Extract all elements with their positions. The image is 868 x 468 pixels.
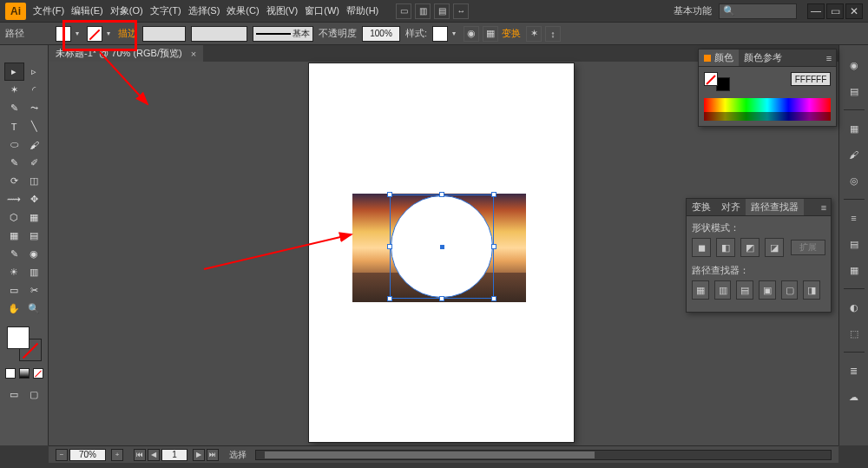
artboard[interactable] <box>309 63 574 442</box>
cc-libraries-icon[interactable]: ☁ <box>844 386 865 407</box>
trim-button[interactable]: ▥ <box>714 280 732 300</box>
handle-top-middle[interactable] <box>439 192 444 197</box>
artboard-number-input[interactable]: 1 <box>161 449 187 461</box>
outline-button[interactable]: ▢ <box>781 280 799 300</box>
pen-tool[interactable]: ✎ <box>4 99 24 117</box>
lasso-tool[interactable]: ◜ <box>24 81 44 99</box>
menubar-icon-4[interactable]: ↔ <box>453 3 469 19</box>
stroke-dropdown-icon[interactable]: ▾ <box>104 26 113 42</box>
align-icon[interactable]: ▦ <box>483 26 498 42</box>
fill-dropdown-icon[interactable]: ▾ <box>73 26 82 42</box>
document-tab[interactable]: 未标题-1* @ 70% (RGB/预览) × <box>49 45 203 62</box>
menu-effect[interactable]: 效果(C) <box>227 4 259 17</box>
pathfinder-tab-align[interactable]: 对齐 <box>716 199 746 215</box>
zoom-in-button[interactable]: + <box>111 449 123 461</box>
workspace-switcher[interactable]: 基本功能 <box>674 4 712 17</box>
eyedropper-tool[interactable]: ✎ <box>4 245 24 263</box>
style-dropdown-icon[interactable]: ▾ <box>450 26 458 42</box>
ellipse-tool[interactable]: ⬭ <box>4 135 24 154</box>
handle-bottom-middle[interactable] <box>439 296 444 301</box>
window-minimize-button[interactable]: — <box>807 3 825 19</box>
selection-tool[interactable]: ▸ <box>4 63 24 81</box>
appearance-panel-icon[interactable]: ◐ <box>844 297 865 318</box>
isolate-icon[interactable]: ✶ <box>526 26 542 42</box>
unite-button[interactable]: ◼ <box>692 238 711 257</box>
layers-panel-icon[interactable]: ≣ <box>844 360 865 381</box>
slice-tool[interactable]: ✂ <box>24 281 44 300</box>
opacity-input[interactable]: 100% <box>362 26 400 42</box>
scrollbar-thumb[interactable] <box>265 452 595 458</box>
menubar-icon-2[interactable]: ▥ <box>415 3 431 19</box>
gradient-tool[interactable]: ▤ <box>24 227 44 245</box>
width-tool[interactable]: ⟿ <box>4 190 24 208</box>
color-panel[interactable]: 颜色 颜色参考 ≡ FFFFFF <box>698 49 837 127</box>
color-panel-icon[interactable]: ◉ <box>844 55 865 76</box>
color-guide-panel-icon[interactable]: ▤ <box>844 81 865 102</box>
magic-wand-tool[interactable]: ✶ <box>4 81 24 99</box>
artboard-next-button[interactable]: ▶ <box>193 449 205 461</box>
eraser-tool[interactable]: ✐ <box>24 154 44 172</box>
pathfinder-panel[interactable]: 变换 对齐 路径查找器 ≡ 形状模式： ◼ ◧ ◩ ◪ 扩展 路径查找器： ▦ … <box>686 198 832 313</box>
color-spectrum-dark[interactable] <box>704 112 831 121</box>
artboard-prev-button[interactable]: ◀ <box>148 449 160 461</box>
brush-definition-combo[interactable]: 基本 <box>253 26 313 42</box>
expand-button[interactable]: 扩展 <box>791 240 825 255</box>
perspective-grid-tool[interactable]: ▦ <box>24 208 44 227</box>
zoom-out-button[interactable]: − <box>56 449 68 461</box>
graphic-style-swatch[interactable] <box>432 26 448 42</box>
gradient-panel-icon[interactable]: ▤ <box>844 234 865 254</box>
menu-type[interactable]: 文字(T) <box>150 4 181 17</box>
horizontal-scrollbar[interactable] <box>255 450 832 460</box>
curvature-tool[interactable]: ⤳ <box>24 99 44 117</box>
handle-middle-right[interactable] <box>491 244 496 249</box>
color-panel-stroke-box[interactable] <box>716 77 730 91</box>
mesh-tool[interactable]: ▦ <box>4 227 24 245</box>
color-panel-flyout-icon[interactable]: ≡ <box>822 53 836 63</box>
menubar-icon-3[interactable]: ▤ <box>434 3 450 19</box>
menu-file[interactable]: 文件(F) <box>33 4 64 17</box>
handle-middle-left[interactable] <box>387 244 392 249</box>
menu-edit[interactable]: 编辑(E) <box>71 4 103 17</box>
color-panel-tab-color[interactable]: 颜色 <box>699 49 739 66</box>
shape-builder-tool[interactable]: ⬡ <box>4 208 24 227</box>
arrange-icon[interactable]: ↕ <box>545 26 561 42</box>
graphic-styles-panel-icon[interactable]: ⬚ <box>844 323 865 344</box>
minus-front-button[interactable]: ◧ <box>716 238 735 257</box>
pathfinder-tab-pathfinder[interactable]: 路径查找器 <box>746 199 804 215</box>
handle-top-right[interactable] <box>491 192 496 197</box>
stroke-label[interactable]: 描边 <box>118 27 137 40</box>
color-mode-swatch[interactable] <box>5 368 16 379</box>
menu-select[interactable]: 选择(S) <box>188 4 220 17</box>
document-tab-close-icon[interactable]: × <box>191 49 196 59</box>
recolor-artwork-icon[interactable]: ◉ <box>464 26 479 42</box>
center-anchor[interactable] <box>440 245 444 249</box>
selection-bounding-box[interactable] <box>390 194 494 299</box>
fill-swatch[interactable] <box>56 26 71 42</box>
fill-color-box[interactable] <box>7 326 30 349</box>
menu-view[interactable]: 视图(V) <box>266 4 299 17</box>
handle-top-left[interactable] <box>387 192 392 197</box>
merge-button[interactable]: ▤ <box>736 280 753 300</box>
variable-width-profile-combo[interactable] <box>191 26 247 42</box>
divide-button[interactable]: ▦ <box>692 280 709 300</box>
free-transform-tool[interactable]: ✥ <box>24 190 44 208</box>
line-tool[interactable]: ╲ <box>24 117 44 135</box>
screen-mode[interactable]: ▢ <box>24 386 44 404</box>
fill-stroke-control[interactable] <box>7 326 42 361</box>
stroke-swatch-none[interactable] <box>87 26 102 42</box>
search-input[interactable]: 🔍 <box>719 3 797 19</box>
none-mode-swatch[interactable] <box>33 368 43 379</box>
symbols-panel-icon[interactable]: ◎ <box>844 170 865 191</box>
minus-back-button[interactable]: ◨ <box>803 280 820 300</box>
column-graph-tool[interactable]: ▥ <box>24 263 44 281</box>
transform-label[interactable]: 变换 <box>502 27 521 40</box>
intersect-button[interactable]: ◩ <box>740 238 760 257</box>
swatches-panel-icon[interactable]: ▦ <box>844 118 865 139</box>
direct-selection-tool[interactable]: ▹ <box>24 63 44 81</box>
pathfinder-tab-transform[interactable]: 变换 <box>687 199 716 215</box>
artboard-tool[interactable]: ▭ <box>4 281 24 300</box>
color-spectrum[interactable] <box>704 98 831 112</box>
rotate-tool[interactable]: ⟳ <box>4 172 24 190</box>
hand-tool[interactable]: ✋ <box>4 300 24 318</box>
color-hex-input[interactable]: FFFFFF <box>791 72 831 86</box>
